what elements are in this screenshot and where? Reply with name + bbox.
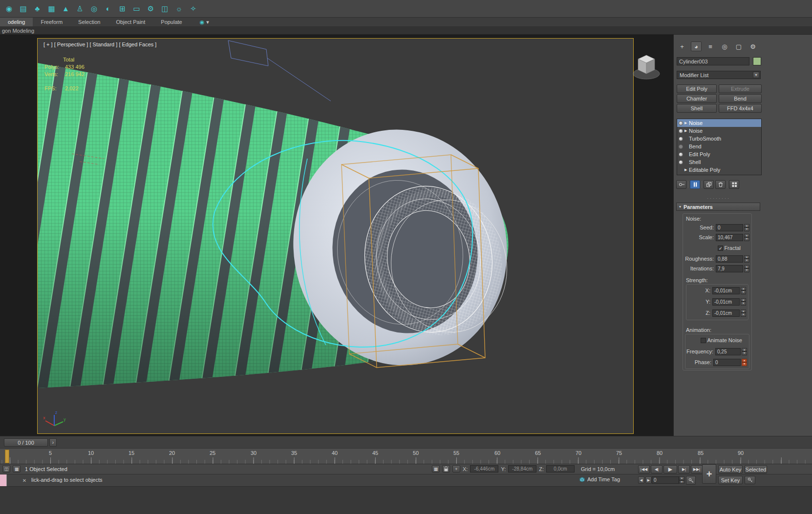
modifier-button-extrude[interactable]: Extrude — [719, 84, 762, 93]
strength-y-field[interactable]: -0,01cm — [712, 298, 740, 306]
remove-modifier-icon[interactable] — [715, 180, 726, 189]
current-frame-field[interactable]: 0 — [652, 476, 679, 484]
strength-x-spinner[interactable] — [741, 287, 746, 294]
viewport-label[interactable]: [ + ] [ Perspective ] [ Standard ] [ Edg… — [43, 41, 156, 47]
motion-tab-icon[interactable]: ◎ — [719, 41, 730, 51]
modifier-stack-item-noise[interactable]: ▶Noise — [677, 127, 761, 135]
modifier-button-bend[interactable]: Bend — [719, 94, 762, 103]
display-icon[interactable]: ▭ — [131, 3, 142, 14]
visibility-bulb-icon[interactable] — [679, 121, 683, 125]
fractal-checkbox[interactable]: ✓ — [718, 246, 723, 251]
pin-stack-icon[interactable] — [676, 180, 686, 189]
teapot-icon[interactable]: ◉ — [4, 3, 14, 14]
hierarchy-tab-icon[interactable]: ≡ — [705, 41, 716, 51]
iterations-field[interactable]: 7,9 — [716, 265, 743, 272]
mini-prev-frame-button[interactable]: ◀ — [638, 476, 644, 484]
time-slider-next-button[interactable]: › — [49, 438, 57, 447]
go-to-end-button[interactable]: ▶▶| — [691, 465, 703, 473]
ribbon-tab-odeling[interactable]: odeling — [0, 18, 33, 26]
viewport-perspective[interactable]: [ + ] [ Perspective ] [ Standard ] [ Edg… — [37, 38, 634, 434]
coord-z-field[interactable]: 0,0cm — [546, 465, 575, 473]
ribbon-tab-selection[interactable]: Selection — [70, 18, 108, 26]
scope-icon[interactable]: ☼ — [174, 3, 184, 14]
object-name-field[interactable]: Cylinder003 — [677, 57, 749, 65]
camera-icon[interactable]: ▤ — [18, 3, 28, 14]
current-frame-spinner[interactable] — [679, 476, 684, 484]
viewcube[interactable] — [631, 51, 662, 83]
visibility-bulb-icon[interactable] — [679, 137, 683, 141]
show-end-result-icon[interactable] — [690, 180, 700, 189]
create-tab-icon[interactable]: + — [677, 41, 687, 51]
ribbon-tab-populate[interactable]: Populate — [153, 18, 190, 26]
frequency-field[interactable]: 0,25 — [715, 348, 741, 355]
auto-key-button[interactable]: Auto Key — [718, 465, 743, 473]
iterations-spinner[interactable] — [744, 265, 749, 272]
mini-next-frame-button[interactable]: ▶ — [645, 476, 652, 484]
selection-lock-icon[interactable] — [442, 465, 450, 473]
modifier-stack-item-edit-poly[interactable]: Edit Poly — [677, 150, 761, 158]
ribbon-tab-freeform[interactable]: Freeform — [33, 18, 70, 26]
polygon-modeling-panel-label[interactable]: gon Modeling — [2, 28, 34, 34]
strength-z-field[interactable]: -0,01cm — [712, 309, 740, 317]
time-slider-track[interactable]: 0 / 100 › — [0, 436, 812, 448]
scale-spinner[interactable] — [744, 234, 749, 241]
character-icon[interactable]: ♙ — [75, 3, 85, 14]
close-icon[interactable]: ✕ — [21, 476, 28, 484]
strength-z-spinner[interactable] — [741, 309, 746, 317]
add-key-button[interactable]: + — [702, 464, 716, 484]
seed-spinner[interactable] — [744, 224, 749, 231]
maxscript-mini-listener[interactable] — [0, 474, 7, 486]
expand-arrow-icon[interactable]: ▶ — [684, 129, 689, 133]
window-grid-icon-2[interactable]: ▦ — [13, 465, 21, 473]
phase-spinner[interactable] — [742, 359, 747, 366]
make-unique-icon[interactable] — [704, 180, 714, 189]
pipe-icon[interactable]: ◐ — [103, 3, 113, 14]
utilities-tab-icon[interactable]: ⚙ — [748, 41, 758, 51]
torus-icon[interactable]: ◎ — [89, 3, 99, 14]
key-mode-toggle-icon[interactable] — [686, 476, 696, 485]
strength-y-spinner[interactable] — [741, 298, 746, 306]
visibility-bulb-icon[interactable] — [679, 152, 683, 157]
window-icon[interactable]: ◫ — [160, 3, 170, 14]
visibility-bulb-icon[interactable] — [679, 144, 683, 149]
panel-resize-handle[interactable]: ········ — [677, 196, 761, 201]
checker-board-icon[interactable]: ▦ — [46, 3, 57, 14]
phase-field[interactable]: 0 — [713, 359, 741, 366]
visibility-bulb-icon[interactable] — [679, 160, 683, 164]
add-time-tag[interactable]: Add Time Tag — [579, 476, 620, 482]
animate-noise-checkbox[interactable] — [701, 338, 706, 343]
scale-field[interactable]: 10,467 — [716, 234, 743, 241]
gears-icon[interactable]: ⚙ — [146, 3, 156, 14]
configure-modifier-sets-icon[interactable] — [729, 180, 739, 189]
modifier-list-dropdown[interactable]: Modifier List ▾ — [677, 71, 761, 79]
frequency-spinner[interactable] — [742, 348, 747, 355]
modifier-stack-item-bend[interactable]: Bend — [677, 143, 761, 150]
visibility-bulb-icon[interactable] — [679, 129, 683, 133]
expand-arrow-icon[interactable]: ▶ — [684, 121, 689, 125]
modifier-button-edit-poly[interactable]: Edit Poly — [677, 84, 717, 93]
terrain-icon[interactable]: ▲ — [61, 3, 71, 14]
modifier-button-ffd-4x4x4[interactable]: FFD 4x4x4 — [719, 104, 762, 113]
ribbon-overflow-menu[interactable]: ◉ ▾ — [196, 18, 213, 26]
set-key-button[interactable]: Set Key — [718, 476, 743, 484]
time-slider-handle[interactable]: 0 / 100 — [4, 438, 48, 447]
trees-icon[interactable]: ♣ — [32, 3, 43, 14]
next-frame-button[interactable]: ▶| — [678, 465, 690, 473]
modifier-button-chamfer[interactable]: Chamfer — [677, 94, 717, 103]
key-filters-icon[interactable] — [745, 476, 755, 484]
selection-set-dropdown[interactable]: Selected — [745, 465, 767, 473]
modifier-button-shell[interactable]: Shell — [677, 104, 717, 113]
strength-x-field[interactable]: -0,01cm — [712, 287, 740, 294]
snaps-toggle-icon[interactable]: ▦ — [432, 465, 440, 473]
expand-arrow-icon[interactable]: ▶ — [684, 168, 689, 172]
coord-x-field[interactable]: -6,446cm — [470, 465, 498, 473]
absolute-offset-toggle-icon[interactable]: + — [452, 465, 460, 473]
parameters-rollout-header[interactable]: ▾ Parameters — [676, 203, 760, 211]
track-bar[interactable]: 51015202530354045505560657075808590 — [0, 448, 812, 464]
ribbon-tab-object-paint[interactable]: Object Paint — [108, 18, 153, 26]
object-color-swatch[interactable] — [753, 57, 761, 65]
lightbulb-icon[interactable]: ✧ — [188, 3, 198, 14]
play-button[interactable]: ▶ — [663, 465, 677, 473]
frame-marker[interactable] — [5, 450, 9, 463]
coord-y-field[interactable]: -28,84cm — [508, 465, 536, 473]
